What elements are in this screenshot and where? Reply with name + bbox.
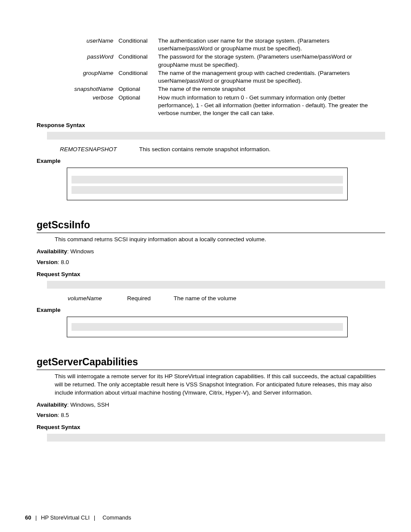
code-line bbox=[72, 186, 343, 194]
availability-value: : Windows bbox=[67, 248, 94, 255]
example-box bbox=[67, 317, 348, 337]
response-syntax-heading: Response Syntax bbox=[37, 122, 385, 128]
param-row: verbose Optional How much information to… bbox=[55, 94, 376, 118]
param-name: userName bbox=[55, 37, 116, 53]
example-heading: Example bbox=[37, 158, 385, 164]
param-req: Optional bbox=[116, 94, 156, 118]
param-row: passWord Conditional The password for th… bbox=[55, 53, 376, 69]
param-desc: The name of the remote snapshot bbox=[156, 85, 376, 93]
version-label: Version bbox=[37, 259, 58, 265]
page-number: 60 bbox=[25, 514, 31, 521]
request-syntax-heading: Request Syntax bbox=[37, 424, 385, 430]
availability-line: Availability: Windows, SSH bbox=[37, 401, 385, 409]
code-placeholder-bar bbox=[47, 434, 385, 442]
param-name: groupName bbox=[55, 69, 116, 85]
code-placeholder-bar bbox=[47, 281, 385, 289]
param-req: Required bbox=[121, 295, 168, 302]
param-name: volumeName bbox=[62, 295, 121, 302]
param-row: snapshotName Optional The name of the re… bbox=[55, 85, 376, 93]
code-line bbox=[72, 323, 343, 331]
param-name: snapshotName bbox=[55, 85, 116, 93]
version-value: : 8.0 bbox=[58, 259, 69, 265]
availability-label: Availability bbox=[37, 248, 67, 255]
param-name: verbose bbox=[55, 94, 116, 118]
section-getservercapabilities-desc: This will interrogate a remote server fo… bbox=[55, 373, 385, 397]
example-heading: Example bbox=[37, 307, 385, 313]
param-desc: The name of the management group with ca… bbox=[156, 69, 376, 85]
param-desc: How much information to return 0 - Get s… bbox=[156, 94, 376, 118]
param-name: passWord bbox=[55, 53, 116, 69]
param-row: volumeName Required The name of the volu… bbox=[62, 295, 243, 302]
request-syntax-heading: Request Syntax bbox=[37, 271, 385, 277]
param-desc: The authentication user name for the sto… bbox=[156, 37, 376, 53]
example-box bbox=[67, 168, 348, 200]
param-desc: The password for the storage system. (Pa… bbox=[156, 53, 376, 69]
version-label: Version bbox=[37, 412, 58, 418]
param-row: groupName Conditional The name of the ma… bbox=[55, 69, 376, 85]
top-param-table: userName Conditional The authentication … bbox=[55, 37, 376, 118]
param-desc: The name of the volume bbox=[168, 295, 243, 302]
code-line bbox=[72, 176, 343, 184]
param-req: Conditional bbox=[116, 53, 156, 69]
param-req: Conditional bbox=[116, 37, 156, 53]
version-line: Version: 8.0 bbox=[37, 258, 385, 267]
version-line: Version: 8.5 bbox=[37, 411, 385, 420]
page-footer: 60 | HP StoreVirtual CLI | Commands bbox=[25, 514, 131, 521]
footer-sep: | bbox=[33, 514, 39, 521]
response-table: REMOTESNAPSHOT This section contains rem… bbox=[55, 146, 276, 153]
section-getscsiinfo-title: getScsiInfo bbox=[37, 219, 385, 233]
footer-sep: | bbox=[91, 514, 98, 521]
response-name: REMOTESNAPSHOT bbox=[55, 146, 134, 153]
availability-value: : Windows, SSH bbox=[67, 401, 109, 408]
footer-product: HP StoreVirtual CLI bbox=[41, 514, 90, 521]
version-value: : 8.5 bbox=[58, 412, 69, 418]
param-req: Conditional bbox=[116, 69, 156, 85]
availability-label: Availability bbox=[37, 401, 67, 408]
footer-section: Commands bbox=[103, 514, 131, 521]
section-getservercapabilities-title: getServerCapabilities bbox=[37, 356, 385, 370]
availability-line: Availability: Windows bbox=[37, 247, 385, 256]
code-placeholder-bar bbox=[47, 132, 385, 140]
param-row: userName Conditional The authentication … bbox=[55, 37, 376, 53]
response-desc: This section contains remote snapshot in… bbox=[134, 146, 276, 153]
param-req: Optional bbox=[116, 85, 156, 93]
scsi-param-table: volumeName Required The name of the volu… bbox=[62, 295, 243, 302]
section-getscsiinfo-desc: This command returns SCSI inquiry inform… bbox=[55, 236, 385, 244]
